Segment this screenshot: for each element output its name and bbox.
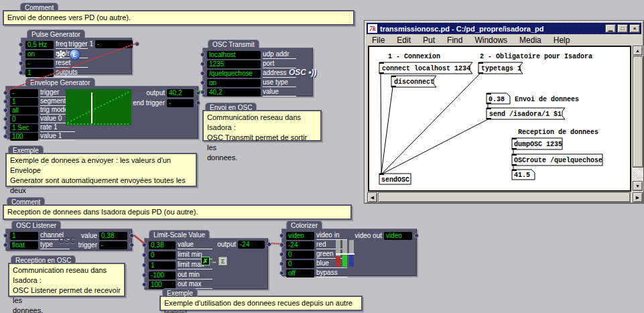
value-box[interactable]: 1	[149, 261, 176, 269]
comment-reception-en-osc[interactable]: Reception en OSC Communication reseau da…	[8, 263, 125, 297]
output-port[interactable]	[196, 101, 200, 105]
input-port[interactable]	[142, 243, 147, 247]
input-port[interactable]	[200, 71, 205, 76]
output-value-box[interactable]: -	[99, 241, 127, 249]
input-port[interactable]	[19, 61, 23, 66]
value-box[interactable]: -	[10, 89, 38, 97]
value-box[interactable]: -24	[286, 241, 314, 249]
input-port[interactable]	[200, 52, 205, 57]
comment-reception[interactable]: Comment Reception de donnees dans Isador…	[3, 204, 352, 220]
input-port[interactable]	[200, 62, 205, 66]
menu-windows[interactable]: Windows	[470, 36, 512, 45]
horizontal-scrollbar[interactable]: ◀	[367, 192, 631, 202]
input-port[interactable]	[279, 261, 284, 266]
value-box[interactable]: float	[10, 241, 38, 249]
output-port[interactable]	[135, 42, 139, 46]
value-box[interactable]: 0	[286, 251, 314, 259]
input-port[interactable]	[3, 243, 8, 247]
output-port[interactable]	[414, 233, 419, 238]
output-value-box[interactable]: video	[384, 232, 412, 240]
comment-envoi[interactable]: Comment Envoi de donnees vers PD (ou aut…	[3, 10, 355, 25]
value-box[interactable]: off	[286, 269, 314, 277]
value-box[interactable]: 0	[149, 251, 176, 259]
maximize-button[interactable]: □	[617, 24, 628, 33]
horizontal-scroll-thumb[interactable]	[378, 192, 631, 202]
input-port[interactable]	[142, 273, 147, 277]
input-port[interactable]	[200, 80, 205, 85]
envelope-graph[interactable]	[66, 89, 131, 125]
input-port[interactable]	[142, 253, 147, 257]
value-box[interactable]: 0	[286, 260, 314, 268]
input-port[interactable]	[3, 117, 8, 121]
value-box[interactable]: 40,2	[207, 88, 261, 97]
input-port[interactable]	[19, 42, 23, 47]
input-port[interactable]	[19, 70, 23, 75]
value-box[interactable]: 0,5 Hz	[25, 41, 54, 49]
menu-media[interactable]: Media	[515, 36, 546, 45]
output-value-box[interactable]: -	[167, 99, 194, 107]
output-value-box[interactable]: -24	[238, 241, 265, 249]
input-port[interactable]	[3, 99, 8, 104]
output-port[interactable]	[129, 233, 134, 238]
scroll-left-button[interactable]: ◀	[367, 192, 377, 202]
output-port[interactable]	[267, 242, 271, 247]
value-box[interactable]: 100	[149, 281, 176, 289]
input-port[interactable]	[200, 90, 205, 95]
comment-exemple-reception[interactable]: Exemple Exemple d'utilisation des donnee…	[159, 296, 363, 311]
close-button[interactable]: ×	[629, 24, 640, 33]
menu-find[interactable]: Find	[442, 36, 467, 45]
actor-limit-scale-value[interactable]: Limit-Scale Value 0,38value 0limit min 1…	[144, 238, 268, 290]
input-port[interactable]	[279, 271, 284, 275]
scroll-right-button[interactable]: ▶	[633, 192, 643, 202]
comment-exemple-envoi[interactable]: Exemple Exemple de donnees a envoyer : l…	[5, 153, 197, 187]
value-box[interactable]: 1235	[207, 60, 261, 68]
input-port[interactable]	[142, 282, 147, 287]
input-port[interactable]	[279, 243, 284, 247]
actor-osc-listener[interactable]: OSC Listener 1channel floattype OSC valu…	[5, 229, 132, 251]
input-port[interactable]	[279, 252, 284, 257]
actor-colorizer[interactable]: Colorizer videovideo in -24red 0green 0b…	[281, 229, 417, 276]
menu-file[interactable]: File	[367, 36, 389, 45]
input-port[interactable]	[3, 125, 8, 130]
minimize-button[interactable]: ▁	[605, 24, 616, 33]
value-box[interactable]: -	[25, 60, 54, 68]
vertical-scrollbar[interactable]: ▲ ▼	[633, 46, 643, 192]
value-box[interactable]: 1	[10, 98, 38, 106]
pd-titlebar[interactable]: 7k transmissionosc.pd - C:/pd_propre/isa…	[367, 23, 641, 34]
scroll-down-button[interactable]: ▼	[633, 181, 643, 191]
input-port[interactable]	[3, 134, 8, 139]
vertical-scroll-thumb[interactable]	[633, 56, 643, 168]
comment-envoi-en-osc[interactable]: Envoi en OSC Communication reseau dans I…	[202, 110, 322, 141]
pd-window[interactable]: 7k transmissionosc.pd - C:/pd_propre/isa…	[364, 20, 644, 204]
pd-canvas[interactable]: 1 - Connexion 2 - Obligatoire pour Isado…	[368, 46, 631, 192]
output-value-box[interactable]: -	[95, 40, 133, 48]
value-box[interactable]: 1	[25, 69, 54, 77]
output-port[interactable]	[129, 243, 134, 247]
input-port[interactable]	[3, 233, 8, 238]
actor-envelope-generator[interactable]: Envelope Generator -trigger 1segments al…	[5, 86, 198, 139]
output-port[interactable]	[196, 90, 200, 95]
menu-help[interactable]: Help	[549, 36, 575, 45]
value-box[interactable]: 1	[10, 232, 38, 240]
value-box[interactable]: 0	[10, 115, 38, 123]
input-port[interactable]	[279, 233, 284, 238]
value-box[interactable]: 1 Sec	[10, 124, 38, 132]
scroll-up-button[interactable]: ▲	[633, 46, 643, 56]
value-box[interactable]: on	[207, 79, 261, 87]
value-box[interactable]: 100	[10, 133, 38, 141]
menu-put[interactable]: Put	[418, 36, 440, 45]
menu-edit[interactable]: Edit	[392, 36, 415, 45]
value-box[interactable]: video	[286, 232, 314, 240]
input-port[interactable]	[3, 90, 8, 95]
value-box[interactable]: 0,38	[149, 241, 176, 249]
value-box[interactable]: on	[25, 50, 54, 58]
input-port[interactable]	[142, 263, 147, 267]
value-box[interactable]: all	[10, 107, 38, 115]
actor-osc-transmit[interactable]: OSC Transmit localhostudp addr 1235port …	[202, 48, 313, 97]
input-port[interactable]	[19, 52, 23, 56]
output-value-box[interactable]: 40,2	[167, 89, 194, 97]
input-port[interactable]	[3, 108, 8, 113]
value-box[interactable]: localhost	[207, 51, 261, 59]
output-value-box[interactable]: 0,38	[99, 232, 127, 240]
value-box[interactable]: -100	[149, 271, 176, 279]
